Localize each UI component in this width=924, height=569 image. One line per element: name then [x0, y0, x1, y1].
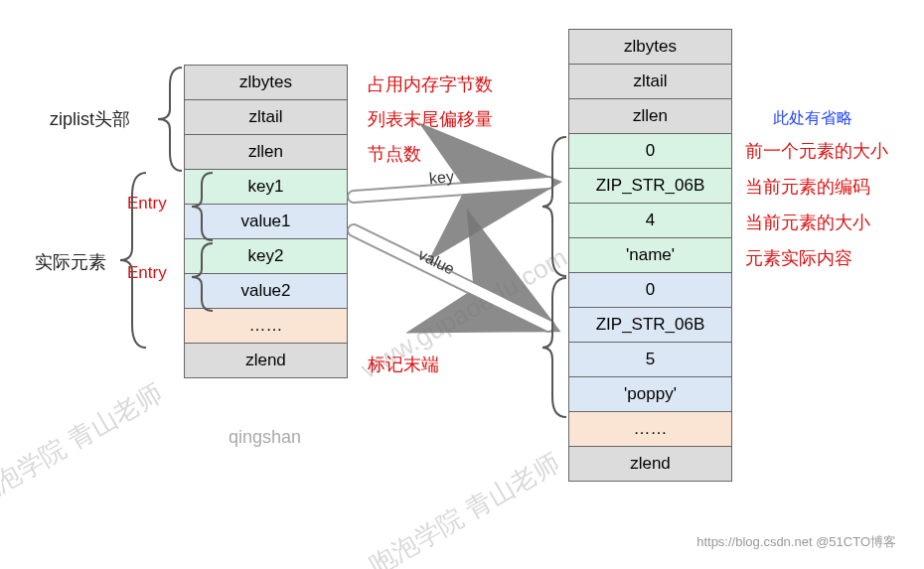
cell-more: ……: [184, 308, 348, 344]
desc-val: 元素实际内容: [745, 246, 852, 270]
r-k-enc: ZIP_STR_06B: [568, 168, 732, 204]
arrow-key-label: key: [428, 168, 455, 189]
r-v-enc: ZIP_STR_06B: [568, 307, 732, 343]
ziplist-right-table: zlbytes zltail zllen 0 ZIP_STR_06B 4 'na…: [568, 30, 732, 482]
desc-zllen: 节点数: [368, 142, 421, 166]
watermark: 咆泡学院 青山老师: [364, 446, 566, 569]
desc-zlbytes: 占用内存字节数: [368, 72, 493, 96]
brace-value-entry: [539, 276, 568, 419]
author-name: qingshan: [229, 427, 301, 448]
brace-entry1: [187, 171, 215, 242]
r-zlend: zlend: [568, 446, 732, 482]
brace-header: [152, 66, 184, 173]
cell-zlend: zlend: [184, 343, 348, 378]
r-v-val: 'poppy': [568, 376, 732, 412]
note-omitted: 此处有省略: [773, 108, 852, 129]
r-more: ……: [568, 411, 732, 447]
r-zllen: zllen: [568, 98, 732, 134]
cell-zllen: zllen: [184, 134, 348, 170]
r-v-prev: 0: [568, 272, 732, 308]
r-k-prev: 0: [568, 133, 732, 169]
brace-actual: [114, 171, 148, 350]
desc-zlend: 标记末端: [368, 353, 439, 376]
r-zltail: zltail: [568, 64, 732, 99]
cell-zlbytes: zlbytes: [184, 65, 348, 100]
r-k-val: 'name': [568, 237, 732, 273]
desc-zltail: 列表末尾偏移量: [368, 107, 493, 131]
r-k-len: 4: [568, 203, 732, 238]
brace-key-entry: [539, 135, 568, 278]
label-ziplist-header: ziplist头部: [50, 107, 130, 131]
arrow-value: [350, 218, 568, 348]
r-v-len: 5: [568, 342, 732, 377]
brace-entry2: [187, 241, 215, 313]
desc-enc: 当前元素的编码: [745, 175, 870, 199]
desc-len: 当前元素的大小: [745, 211, 870, 234]
cell-zltail: zltail: [184, 99, 348, 135]
credit-line: https://blog.csdn.net @51CTO博客: [696, 533, 896, 551]
watermark: 咆泡学院 青山老师: [0, 376, 169, 513]
r-zlbytes: zlbytes: [568, 29, 732, 65]
desc-prev: 前一个元素的大小: [745, 139, 888, 163]
label-actual-elements: 实际元素: [35, 250, 106, 274]
